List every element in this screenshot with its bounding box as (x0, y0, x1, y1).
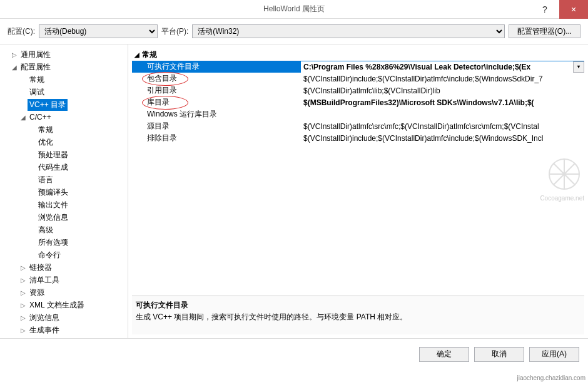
dropdown-icon[interactable]: ▾ (573, 61, 584, 73)
tree-item[interactable]: 所有选项 (3, 236, 125, 249)
tree-item-label: 语言 (36, 174, 55, 186)
window-title: HelloWorld 属性页 (263, 4, 325, 14)
tree-item-label: 优化 (36, 137, 55, 148)
tree-item[interactable]: ▷链接器 (3, 261, 125, 274)
tree-item-label: 自定义生成步骤 (28, 337, 84, 339)
tree-item-label: 调试 (28, 86, 46, 98)
tree-item-label: 常规 (36, 124, 55, 136)
description-title: 可执行文件目录 (136, 300, 580, 311)
tree-item[interactable]: ◢C/C++ (3, 111, 125, 123)
tree-item[interactable]: 语言 (3, 173, 125, 186)
tree-item-label: 预处理器 (36, 149, 70, 161)
expand-icon: ◢ (10, 64, 19, 71)
tree-item[interactable]: ▷资源 (3, 286, 125, 299)
property-grid: ◢ 常规 可执行文件目录C:\Program Files %28x86%29\V… (128, 44, 588, 296)
config-select[interactable]: 活动(Debug) (39, 24, 158, 38)
tree-item-label: 通用属性 (19, 49, 53, 61)
tree-item[interactable]: ▷XML 文档生成器 (3, 299, 125, 311)
footer: 确定 取消 应用(A) (0, 338, 588, 369)
right-panel: ◢ 常规 可执行文件目录C:\Program Files %28x86%29\V… (128, 44, 588, 338)
cancel-button[interactable]: 取消 (474, 347, 524, 362)
tree-item-label: 配置属性 (19, 61, 53, 73)
config-manager-button[interactable]: 配置管理器(O)... (509, 24, 580, 38)
property-value: $(VCInstallDir)atlmfc\src\mfc;$(VCInstal… (301, 122, 584, 131)
tree-item-label: XML 文档生成器 (28, 299, 86, 311)
property-value: $(VCInstallDir)atlmfc\lib;$(VCInstallDir… (301, 86, 584, 95)
ok-button[interactable]: 确定 (419, 347, 469, 362)
tree-item[interactable]: ▷生成事件 (3, 324, 125, 336)
collapse-icon: ◢ (132, 51, 142, 58)
tree-item[interactable]: 调试 (3, 86, 125, 98)
property-group-title: 常规 (142, 49, 157, 60)
property-row[interactable]: 包含目录$(VCInstallDir)include;$(VCInstallDi… (132, 73, 584, 85)
highlight-circle (142, 96, 188, 110)
property-name: 可执行文件目录 (132, 61, 301, 72)
window-controls: ? × (530, 0, 588, 19)
tree-item[interactable]: 常规 (3, 73, 125, 86)
tree-item-label: 输出文件 (36, 199, 70, 211)
tree-item-label: 所有选项 (36, 237, 70, 249)
main-area: ▷通用属性◢配置属性常规调试VC++ 目录◢C/C++常规优化预处理器代码生成语… (0, 44, 588, 338)
property-name: Windows 运行库目录 (132, 109, 301, 120)
property-value: $(MSBuildProgramFiles32)\Microsoft SDKs\… (301, 98, 584, 107)
property-row[interactable]: 源目录$(VCInstallDir)atlmfc\src\mfc;$(VCIns… (132, 120, 584, 132)
tree-item[interactable]: 预处理器 (3, 148, 125, 161)
expand-icon: ▷ (19, 289, 28, 296)
tree-item[interactable]: 命令行 (3, 249, 125, 261)
property-name: 引用目录 (132, 85, 301, 96)
close-button[interactable]: × (559, 0, 588, 19)
tree-item[interactable]: 代码生成 (3, 161, 125, 173)
tree-item-label: 链接器 (28, 262, 54, 274)
property-value: $(VCInstallDir)include;$(VCInstallDir)at… (301, 75, 584, 83)
property-value[interactable]: C:\Program Files %28x86%29\Visual Leak D… (301, 61, 584, 73)
watermark-text: Cocoagame.net (540, 195, 584, 202)
tree-item[interactable]: 常规 (3, 123, 125, 136)
property-row[interactable]: 引用目录$(VCInstallDir)atlmfc\lib;$(VCInstal… (132, 85, 584, 96)
tree-item[interactable]: ▷通用属性 (3, 48, 125, 61)
tree-item[interactable]: 优化 (3, 136, 125, 148)
tree-item-label: 预编译头 (36, 187, 70, 199)
description-text: 生成 VC++ 项目期间，搜索可执行文件时使用的路径。与环境变量 PATH 相对… (136, 312, 580, 323)
apply-button[interactable]: 应用(A) (529, 347, 579, 362)
platform-select[interactable]: 活动(Win32) (192, 24, 505, 38)
expand-icon: ▷ (19, 302, 28, 309)
tree-item[interactable]: ▷清单工具 (3, 274, 125, 286)
tree-item-label: 命令行 (36, 249, 63, 261)
property-row[interactable]: 可执行文件目录C:\Program Files %28x86%29\Visual… (132, 61, 584, 73)
description-panel: 可执行文件目录 生成 VC++ 项目期间，搜索可执行文件时使用的路径。与环境变量… (132, 296, 584, 334)
tree-item[interactable]: 输出文件 (3, 199, 125, 211)
expand-icon: ◢ (19, 114, 28, 121)
tree-item-label: 高级 (36, 224, 55, 236)
property-row[interactable]: Windows 运行库目录 (132, 108, 584, 120)
highlight-circle (142, 72, 188, 86)
tree-item[interactable]: VC++ 目录 (3, 98, 125, 111)
titlebar: HelloWorld 属性页 ? × (0, 0, 588, 19)
expand-icon: ▷ (19, 277, 28, 284)
tree-item-label: 生成事件 (28, 324, 61, 336)
tree-item-label: 代码生成 (36, 162, 70, 173)
watermark-bottom: jiaocheng.chazidian.com (517, 374, 585, 381)
expand-icon: ▷ (19, 327, 28, 334)
property-row[interactable]: 排除目录$(VCInstallDir)include;$(VCInstallDi… (132, 132, 584, 144)
tree-item[interactable]: ▷自定义生成步骤 (3, 336, 125, 338)
expand-icon: ▷ (19, 314, 28, 321)
property-name: 排除目录 (132, 133, 301, 143)
tree-item[interactable]: 预编译头 (3, 186, 125, 199)
platform-label: 平台(P): (161, 26, 188, 37)
tree-item[interactable]: ▷浏览信息 (3, 311, 125, 324)
tree-item[interactable]: 浏览信息 (3, 211, 125, 224)
tree-item-label: 浏览信息 (28, 312, 61, 324)
tree-item[interactable]: 高级 (3, 224, 125, 236)
property-name: 源目录 (132, 121, 301, 132)
property-name: 库目录 (132, 97, 301, 108)
tree-item[interactable]: ◢配置属性 (3, 61, 125, 73)
tree-item-label: VC++ 目录 (28, 99, 68, 111)
property-row[interactable]: 库目录$(MSBuildProgramFiles32)\Microsoft SD… (132, 96, 584, 108)
tree-item-label: 资源 (28, 287, 46, 299)
tree-item-label: C/C++ (28, 112, 53, 122)
help-button[interactable]: ? (530, 0, 559, 19)
tree-item-label: 常规 (28, 74, 46, 86)
config-label: 配置(C): (8, 26, 35, 37)
expand-icon: ▷ (19, 264, 28, 271)
property-group-header[interactable]: ◢ 常规 (132, 48, 584, 61)
